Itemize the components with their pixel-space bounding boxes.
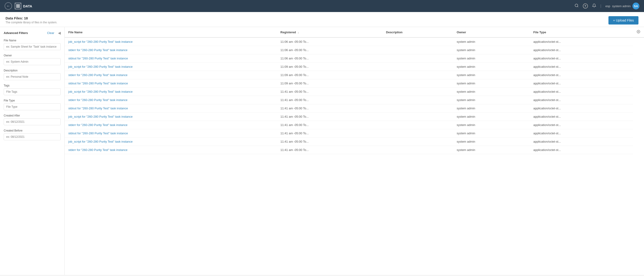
owner-filter-label: Owner (4, 54, 61, 57)
col-header-description[interactable]: Description (382, 27, 453, 38)
topnav-icons: ? | esp system admin SA (574, 3, 640, 10)
registered-cell: 11:06 am -05:00 To... (277, 46, 382, 54)
file-name-cell[interactable]: stderr for "260-280 Purity Test" task in… (65, 46, 277, 54)
clear-filters-link[interactable]: Clear (47, 31, 54, 35)
registered-cell: 11:09 am -05:00 To... (277, 63, 382, 71)
description-filter-input[interactable] (4, 73, 61, 80)
file-name-cell[interactable]: stdout for "260-280 Purity Test" task in… (65, 54, 277, 63)
file-name-cell[interactable]: job_script for "260-280 Purity Test" tas… (65, 88, 277, 96)
table-body: job_script for "260-280 Purity Test" tas… (65, 38, 644, 154)
collapse-sidebar-button[interactable]: ◀ (58, 31, 61, 35)
registered-cell: 11:41 am -05:00 To... (277, 104, 382, 112)
col-header-file-name[interactable]: File Name (65, 27, 277, 38)
description-cell (382, 146, 453, 154)
table-row: job_script for "260-280 Purity Test" tas… (65, 63, 644, 71)
registered-cell: 11:41 am -05:00 To... (277, 96, 382, 104)
filter-group-file-type: File Type (4, 99, 61, 110)
file-name-cell[interactable]: stdout for "260-280 Purity Test" task in… (65, 79, 277, 88)
col-header-owner[interactable]: Owner (453, 27, 530, 38)
file-name-cell[interactable]: stderr for "260-280 Purity Test" task in… (65, 146, 277, 154)
search-icon[interactable] (574, 4, 579, 9)
file-name-cell[interactable]: job_script for "260-280 Purity Test" tas… (65, 112, 277, 121)
svg-rect-0 (16, 5, 18, 6)
file-name-cell[interactable]: job_script for "260-280 Purity Test" tas… (65, 38, 277, 46)
file-name-cell[interactable]: stderr for "260-280 Purity Test" task in… (65, 71, 277, 79)
registered-cell: 11:09 am -05:00 To... (277, 71, 382, 79)
file-name-cell[interactable]: job_script for "260-280 Purity Test" tas… (65, 63, 277, 71)
filter-group-file-name: File Name (4, 39, 61, 50)
notification-bell-icon[interactable] (592, 4, 596, 9)
back-button[interactable]: ← (4, 2, 12, 10)
file-type-cell: application/octet-st... (530, 129, 633, 137)
registered-cell: 11:41 am -05:00 To... (277, 112, 382, 121)
filter-group-created-before: Created Before (4, 129, 61, 140)
owner-cell: system admin (453, 79, 530, 88)
filter-group-created-after: Created After (4, 114, 61, 125)
table-row: stdout for "260-280 Purity Test" task in… (65, 129, 644, 137)
help-icon[interactable]: ? (583, 4, 588, 9)
file-name-cell[interactable]: stderr for "260-280 Purity Test" task in… (65, 121, 277, 129)
table-row: job_script for "260-280 Purity Test" tas… (65, 88, 644, 96)
file-name-cell[interactable]: job_script for "260-280 Purity Test" tas… (65, 137, 277, 146)
file-type-cell: application/octet-st... (530, 121, 633, 129)
col-header-registered[interactable]: Registered ↓ (277, 27, 382, 38)
file-type-filter-input[interactable] (4, 103, 61, 110)
table-row: stderr for "260-280 Purity Test" task in… (65, 121, 644, 129)
file-type-cell: application/octet-st... (530, 79, 633, 88)
svg-point-4 (575, 4, 578, 7)
col-header-file-type[interactable]: File Type (530, 27, 633, 38)
nav-divider: | (600, 4, 601, 8)
registered-cell: 11:41 am -05:00 To... (277, 146, 382, 154)
table-row: job_script for "260-280 Purity Test" tas… (65, 38, 644, 46)
description-cell (382, 71, 453, 79)
svg-rect-3 (18, 6, 20, 8)
sort-registered-icon: ↓ (298, 31, 299, 34)
page-header-text: Data Files: 18 The complete library of f… (6, 16, 57, 24)
table-settings-gear-icon[interactable] (636, 30, 640, 34)
file-type-cell: application/octet-st... (530, 63, 633, 71)
file-name-cell[interactable]: stderr for "260-280 Purity Test" task in… (65, 96, 277, 104)
description-cell (382, 63, 453, 71)
owner-cell: system admin (453, 63, 530, 71)
filter-group-owner: Owner (4, 54, 61, 65)
description-cell (382, 121, 453, 129)
file-name-cell[interactable]: stdout for "260-280 Purity Test" task in… (65, 129, 277, 137)
owner-cell: system admin (453, 129, 530, 137)
description-cell (382, 112, 453, 121)
file-type-cell: application/octet-st... (530, 96, 633, 104)
owner-cell: system admin (453, 71, 530, 79)
table-row: job_script for "260-280 Purity Test" tas… (65, 137, 644, 146)
registered-cell: 11:41 am -05:00 To... (277, 88, 382, 96)
description-filter-label: Description (4, 69, 61, 72)
owner-cell: system admin (453, 137, 530, 146)
registered-cell: 11:06 am -05:00 To... (277, 38, 382, 46)
owner-cell: system admin (453, 38, 530, 46)
description-cell (382, 129, 453, 137)
file-type-cell: application/octet-st... (530, 88, 633, 96)
user-name-label: system admin (612, 5, 630, 8)
owner-filter-input[interactable] (4, 58, 61, 65)
file-name-filter-label: File Name (4, 39, 61, 42)
tags-filter-input[interactable] (4, 88, 61, 95)
description-cell (382, 88, 453, 96)
logo-icon (15, 3, 21, 9)
created-after-filter-input[interactable] (4, 118, 61, 125)
file-name-filter-input[interactable] (4, 43, 61, 50)
created-after-filter-label: Created After (4, 114, 61, 117)
owner-cell: system admin (453, 88, 530, 96)
upload-files-button[interactable]: + Upload Files (608, 16, 638, 25)
owner-cell: system admin (453, 121, 530, 129)
file-type-cell: application/octet-st... (530, 104, 633, 112)
description-cell (382, 104, 453, 112)
owner-cell: system admin (453, 104, 530, 112)
user-menu[interactable]: esp system admin SA (606, 3, 640, 10)
file-name-cell[interactable]: stdout for "260-280 Purity Test" task in… (65, 104, 277, 112)
table-row: stderr for "260-280 Purity Test" task in… (65, 96, 644, 104)
file-type-cell: application/octet-st... (530, 146, 633, 154)
advanced-filters-title: Advanced Filters (4, 31, 28, 35)
avatar: SA (632, 3, 640, 10)
created-before-filter-input[interactable] (4, 133, 61, 140)
sidebar-header: Advanced Filters Clear ◀ (4, 31, 61, 35)
owner-cell: system admin (453, 146, 530, 154)
col-header-settings[interactable] (633, 27, 644, 38)
